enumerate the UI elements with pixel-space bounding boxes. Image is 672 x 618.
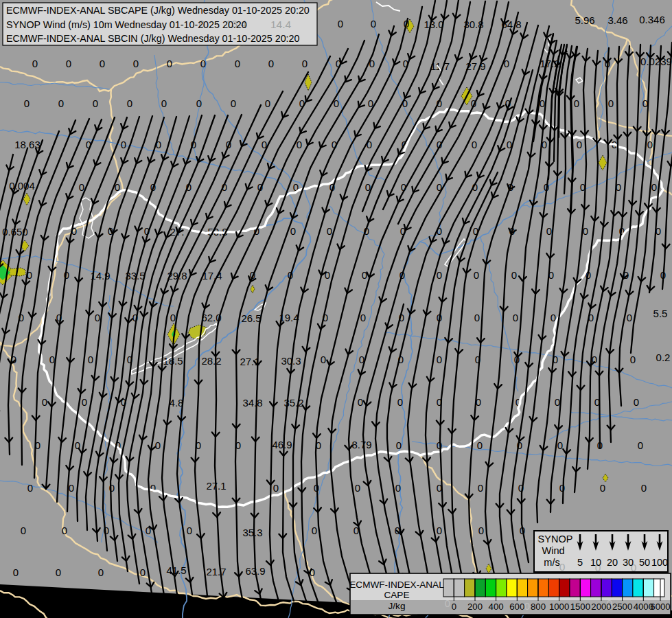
svg-text:0: 0 xyxy=(265,98,270,109)
svg-text:0: 0 xyxy=(557,439,563,451)
svg-text:0: 0 xyxy=(577,139,582,150)
svg-text:0: 0 xyxy=(371,18,376,30)
svg-text:0: 0 xyxy=(42,396,47,408)
svg-text:0: 0 xyxy=(511,269,517,281)
svg-text:0: 0 xyxy=(69,482,74,494)
svg-text:0: 0 xyxy=(474,312,480,323)
svg-text:0: 0 xyxy=(513,312,518,323)
svg-text:ECMWF-INDEX-ANAL SBCAPE (J/kg): ECMWF-INDEX-ANAL SBCAPE (J/kg) Wednesday… xyxy=(6,5,310,16)
svg-text:0: 0 xyxy=(273,482,279,494)
svg-text:2000: 2000 xyxy=(591,602,611,612)
svg-text:1000: 1000 xyxy=(549,602,569,612)
svg-text:0: 0 xyxy=(360,312,366,323)
svg-text:CAPE: CAPE xyxy=(384,590,409,600)
svg-text:200: 200 xyxy=(467,602,483,612)
svg-text:0: 0 xyxy=(445,597,450,609)
svg-text:21.7: 21.7 xyxy=(206,566,226,577)
svg-text:0: 0 xyxy=(231,98,236,109)
svg-text:100: 100 xyxy=(651,557,668,568)
svg-text:0: 0 xyxy=(196,98,202,109)
svg-text:0: 0 xyxy=(32,58,38,69)
svg-text:0: 0 xyxy=(312,525,317,536)
svg-text:m/s: m/s xyxy=(544,557,559,568)
svg-text:5.96: 5.96 xyxy=(575,14,594,26)
svg-text:0: 0 xyxy=(395,482,401,494)
svg-text:0: 0 xyxy=(121,139,126,150)
svg-text:3.46: 3.46 xyxy=(607,14,627,26)
svg-text:0: 0 xyxy=(325,269,330,281)
svg-text:0: 0 xyxy=(471,98,476,109)
svg-text:400: 400 xyxy=(489,602,504,612)
svg-text:0: 0 xyxy=(452,602,456,612)
svg-text:0: 0 xyxy=(555,396,560,408)
svg-text:0.2: 0.2 xyxy=(656,352,671,363)
svg-text:0: 0 xyxy=(362,269,367,281)
svg-text:0: 0 xyxy=(49,354,55,365)
svg-text:SYNOP: SYNOP xyxy=(538,534,573,545)
svg-text:0: 0 xyxy=(472,139,477,150)
svg-text:0: 0 xyxy=(396,439,402,451)
svg-text:ECMWF-INDEX-ANAL SBCIN (J/kg): ECMWF-INDEX-ANAL SBCIN (J/kg) Wednesday … xyxy=(6,33,300,44)
svg-text:0: 0 xyxy=(88,354,93,365)
svg-text:0: 0 xyxy=(235,58,240,69)
svg-text:800: 800 xyxy=(531,602,546,612)
svg-text:0: 0 xyxy=(338,18,343,30)
svg-text:0: 0 xyxy=(93,98,98,109)
svg-text:1500: 1500 xyxy=(570,602,590,612)
svg-text:50: 50 xyxy=(639,557,650,568)
svg-text:0: 0 xyxy=(437,269,442,281)
svg-text:J/kg: J/kg xyxy=(389,601,406,611)
svg-text:0: 0 xyxy=(13,566,19,578)
svg-text:0: 0 xyxy=(474,269,479,281)
svg-text:0: 0 xyxy=(638,439,643,451)
svg-text:34.8: 34.8 xyxy=(242,397,262,409)
svg-text:0: 0 xyxy=(170,312,176,323)
svg-text:0: 0 xyxy=(155,439,161,451)
svg-text:0.004: 0.004 xyxy=(9,180,35,192)
svg-text:0: 0 xyxy=(437,354,442,365)
svg-text:0: 0 xyxy=(321,354,326,365)
svg-text:0: 0 xyxy=(66,58,71,69)
svg-text:0: 0 xyxy=(56,566,61,578)
svg-text:0: 0 xyxy=(358,396,363,408)
svg-text:0: 0 xyxy=(290,225,296,237)
svg-text:0: 0 xyxy=(167,58,172,69)
svg-text:SYNOP Wind (m/s) 10m Wednesday: SYNOP Wind (m/s) 10m Wednesday 01-10-202… xyxy=(6,19,247,30)
svg-text:0: 0 xyxy=(140,566,146,578)
svg-text:20: 20 xyxy=(607,557,618,568)
svg-text:30: 30 xyxy=(623,557,634,568)
svg-text:26.5: 26.5 xyxy=(241,312,261,324)
svg-text:0: 0 xyxy=(268,58,274,69)
svg-text:0: 0 xyxy=(630,354,636,365)
svg-text:0: 0 xyxy=(627,312,632,323)
svg-text:0: 0 xyxy=(24,98,30,109)
svg-text:0: 0 xyxy=(62,525,67,536)
svg-text:0: 0 xyxy=(98,566,104,578)
svg-text:0: 0 xyxy=(161,98,167,109)
svg-text:0: 0 xyxy=(608,98,614,109)
svg-text:5: 5 xyxy=(577,557,583,568)
svg-text:ECMWF-INDEX-ANAL: ECMWF-INDEX-ANAL xyxy=(349,580,444,590)
svg-text:Wind: Wind xyxy=(542,545,564,556)
svg-text:0: 0 xyxy=(546,225,552,237)
svg-text:6000: 6000 xyxy=(650,602,670,612)
svg-text:0: 0 xyxy=(27,482,33,494)
svg-text:0: 0 xyxy=(100,58,105,69)
svg-text:28.2: 28.2 xyxy=(201,355,221,367)
svg-text:5.5: 5.5 xyxy=(653,308,668,319)
svg-text:0: 0 xyxy=(478,525,484,536)
svg-text:0: 0 xyxy=(397,396,403,408)
svg-text:13.0: 13.0 xyxy=(424,19,443,30)
svg-text:0: 0 xyxy=(355,482,360,494)
svg-text:0: 0 xyxy=(82,396,87,408)
svg-text:14.4: 14.4 xyxy=(270,19,292,30)
svg-text:600: 600 xyxy=(509,602,524,612)
svg-text:0: 0 xyxy=(477,439,483,451)
svg-text:0: 0 xyxy=(21,525,26,536)
svg-text:35.3: 35.3 xyxy=(242,527,262,538)
svg-text:0: 0 xyxy=(367,139,372,150)
svg-text:0: 0 xyxy=(641,482,647,494)
svg-text:0: 0 xyxy=(200,58,206,69)
svg-text:0: 0 xyxy=(327,225,332,237)
svg-text:0: 0 xyxy=(437,525,442,536)
